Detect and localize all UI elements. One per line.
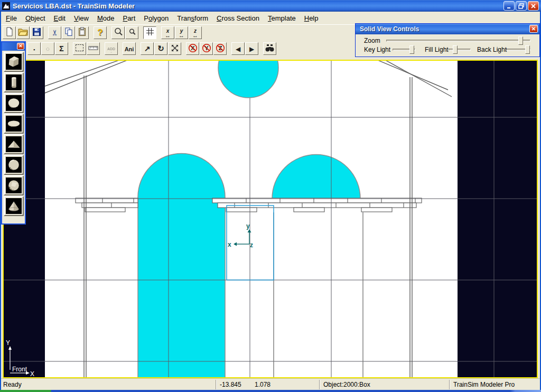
zoom-in-button[interactable] bbox=[111, 26, 125, 39]
menu-polygon[interactable]: Polygon bbox=[139, 13, 173, 24]
minimize-button[interactable] bbox=[503, 1, 515, 11]
menu-bar: FileObjectEditViewModePartPolygonTransfo… bbox=[0, 12, 541, 24]
menu-cross-section[interactable]: Cross Section bbox=[212, 13, 264, 24]
gizmo-y-label: y bbox=[246, 222, 250, 230]
menu-view[interactable]: View bbox=[70, 13, 93, 24]
sigma-button[interactable]: Σ bbox=[55, 42, 68, 55]
circle-button[interactable]: ○ bbox=[41, 42, 54, 55]
tool-box-button[interactable] bbox=[4, 52, 24, 72]
rotate-button[interactable]: ↻ bbox=[154, 42, 167, 55]
solid-view-close-button[interactable]: ✕ bbox=[529, 25, 538, 33]
tool-cone-button[interactable] bbox=[4, 196, 24, 216]
shape-palette-close-button[interactable]: ✕ bbox=[17, 43, 24, 50]
tool-wedge-button[interactable] bbox=[4, 134, 24, 154]
solid-view-title-bar[interactable]: Solid View Controls ✕ bbox=[356, 24, 539, 34]
zoom-slider-thumb[interactable] bbox=[518, 36, 523, 45]
axis-x-button[interactable]: x↔ bbox=[161, 26, 174, 39]
application-window: Servicios LBA.dst - TrainSim Modeler Fil… bbox=[0, 0, 541, 392]
next-button[interactable]: ▶ bbox=[245, 42, 258, 55]
key-light-slider-thumb[interactable] bbox=[409, 45, 414, 54]
menu-transform[interactable]: Transform bbox=[173, 13, 212, 24]
fill-light-slider[interactable] bbox=[449, 45, 471, 53]
fill-light-slider-thumb[interactable] bbox=[453, 45, 458, 54]
ellipsoid-icon bbox=[6, 116, 22, 132]
toolbar-group: XYZ bbox=[186, 42, 227, 55]
marquee-select-button[interactable] bbox=[73, 42, 86, 55]
cut-button[interactable]: ✂ bbox=[48, 26, 61, 39]
left-arch-door[interactable] bbox=[138, 154, 225, 378]
move-icon: ↗ bbox=[144, 45, 151, 53]
tool-geosphere-2-button[interactable] bbox=[4, 175, 24, 195]
gizmo-x-label: x bbox=[228, 241, 231, 248]
find-button[interactable] bbox=[263, 42, 276, 55]
drawing-canvas[interactable]: y x z Y Front X bbox=[4, 61, 537, 377]
zoom-in-icon bbox=[114, 27, 123, 38]
fill-light-slider-label: Fill Light bbox=[425, 46, 449, 53]
shape-tool-palette: ✕ bbox=[1, 41, 26, 225]
add-point-button[interactable]: ADD▫ bbox=[105, 42, 118, 55]
restore-button[interactable] bbox=[516, 1, 527, 11]
geosphere-2-icon bbox=[6, 178, 22, 193]
taskbar-edge[interactable] bbox=[0, 390, 541, 392]
paste-icon bbox=[78, 27, 87, 38]
lock-z-icon: Z bbox=[216, 43, 225, 54]
copy-button[interactable] bbox=[62, 26, 75, 39]
toolbar-group: ✂ bbox=[48, 26, 89, 39]
open-file-button[interactable] bbox=[16, 26, 30, 39]
close-button[interactable] bbox=[528, 1, 539, 11]
axis-z-button[interactable]: z↔ bbox=[189, 26, 202, 39]
shape-palette-title-bar[interactable]: ✕ bbox=[2, 42, 25, 51]
find-icon bbox=[265, 44, 275, 54]
sigma-icon: Σ bbox=[59, 45, 63, 53]
menu-edit[interactable]: Edit bbox=[50, 13, 70, 24]
point-button[interactable]: ▪ bbox=[27, 42, 41, 55]
tool-cylinder-button[interactable] bbox=[4, 72, 24, 92]
toolbar-group: ? bbox=[94, 26, 107, 39]
gizmo-z-label: z bbox=[250, 241, 253, 249]
lock-z-button[interactable]: Z bbox=[213, 42, 227, 55]
viewport[interactable]: y x z Y Front X bbox=[3, 60, 538, 378]
status-separator bbox=[216, 380, 217, 389]
tool-geosphere-button[interactable] bbox=[4, 155, 24, 175]
title-bar: Servicios LBA.dst - TrainSim Modeler bbox=[0, 0, 541, 12]
axis-y-button[interactable]: y↔ bbox=[175, 26, 188, 39]
zoom-slider-track[interactable] bbox=[386, 40, 530, 42]
scale-button[interactable] bbox=[168, 42, 181, 55]
lock-y-button[interactable]: Y bbox=[200, 42, 213, 55]
fill-light-slider-track[interactable] bbox=[449, 49, 471, 51]
wedge-icon bbox=[6, 136, 22, 152]
grid-toggle-button[interactable] bbox=[143, 26, 156, 39]
box-icon bbox=[6, 54, 22, 70]
back-light-slider-thumb[interactable] bbox=[525, 45, 530, 54]
menu-part[interactable]: Part bbox=[118, 13, 139, 24]
next-icon: ▶ bbox=[249, 45, 254, 53]
tool-sphere-button[interactable] bbox=[4, 93, 24, 113]
menu-template[interactable]: Template bbox=[264, 13, 300, 24]
new-file-button[interactable] bbox=[3, 26, 16, 39]
menu-mode[interactable]: Mode bbox=[93, 13, 119, 24]
scale-icon bbox=[170, 43, 180, 54]
menu-help[interactable]: Help bbox=[300, 13, 323, 24]
help-button[interactable]: ? bbox=[94, 26, 107, 39]
drawing-paper bbox=[45, 61, 458, 377]
zoom-out-button[interactable] bbox=[125, 26, 138, 39]
back-light-slider[interactable] bbox=[506, 45, 530, 53]
sphere-icon bbox=[6, 95, 22, 111]
grid-toggle-icon bbox=[145, 27, 155, 38]
key-light-slider[interactable] bbox=[393, 45, 415, 53]
tool-ellipsoid-button[interactable] bbox=[4, 114, 24, 134]
menu-file[interactable]: File bbox=[2, 13, 21, 24]
window-left-border bbox=[0, 12, 1, 390]
zoom-slider[interactable] bbox=[386, 36, 530, 44]
lock-x-icon: X bbox=[188, 43, 198, 54]
prev-button[interactable]: ◀ bbox=[231, 42, 245, 55]
status-separator bbox=[319, 380, 320, 389]
animate-button[interactable]: Ani bbox=[123, 42, 136, 55]
move-button[interactable]: ↗ bbox=[141, 42, 154, 55]
help-icon: ? bbox=[97, 28, 102, 37]
ruler-button[interactable] bbox=[87, 42, 100, 55]
menu-object[interactable]: Object bbox=[21, 13, 50, 24]
lock-x-button[interactable]: X bbox=[186, 42, 199, 55]
save-file-button[interactable] bbox=[30, 26, 43, 39]
paste-button[interactable] bbox=[76, 26, 89, 39]
